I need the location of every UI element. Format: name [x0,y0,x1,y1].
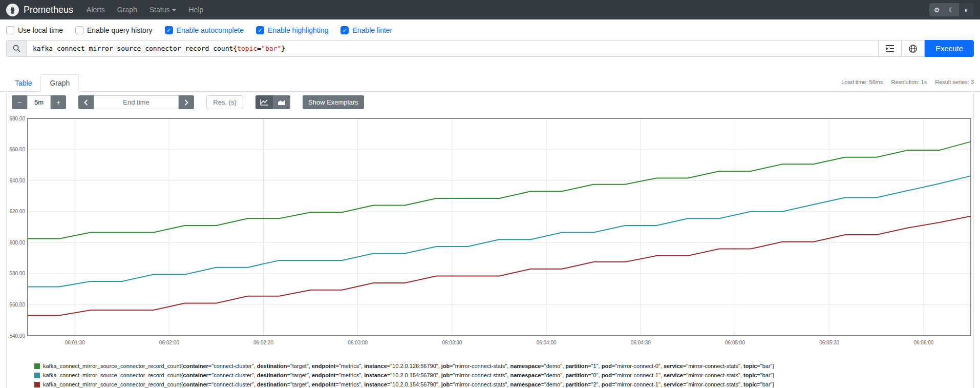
format-indent-icon [886,45,894,52]
execute-button[interactable]: Execute [925,40,974,57]
legend-swatch-icon [34,373,40,378]
stat-resolution: Resolution: 1s [891,79,927,85]
y-axis-label: 560.00 [9,302,25,308]
resolution-input[interactable] [206,95,243,109]
stat-result-series: Result series: 3 [935,79,974,85]
nav-link-help[interactable]: Help [182,6,209,14]
dark-theme-button[interactable]: ☾ [944,3,959,16]
y-axis-label: 620.00 [9,209,25,214]
chart-type-group [255,95,290,109]
y-axis-label: 580.00 [9,271,25,276]
option-label: Enable highlighting [268,26,328,34]
x-axis-label: 06:06:00 [913,340,933,345]
globe-icon [909,45,917,53]
query-bar: kafka_connect_mirror_source_connector_re… [6,40,974,57]
y-axis-label: 660.00 [9,147,25,152]
option-enable-autocomplete[interactable]: Enable autocomplete [165,26,244,34]
range-input[interactable] [27,95,51,109]
legend-label: kafka_connect_mirror_source_connector_re… [43,381,774,387]
x-axis-label: 06:03:30 [442,340,462,345]
stacked-chart-button[interactable] [273,95,290,109]
nav-link-status[interactable]: Status [143,6,183,14]
checkbox-checked[interactable] [340,26,349,34]
checkbox-checked[interactable] [256,26,264,34]
metrics-explorer-button[interactable] [902,40,925,57]
x-axis-label: 06:02:00 [159,340,179,345]
option-label: Enable query history [87,26,153,34]
settings-icon: ⚙ [934,6,940,14]
checkbox-checked[interactable] [165,26,173,34]
graph-canvas[interactable]: 540.00560.00580.00600.00620.00640.00660.… [7,114,974,349]
option-use-local-time[interactable]: Use local time [6,26,63,34]
query-token: = [257,45,261,52]
graph-controls: − + [12,95,971,109]
checkbox-unchecked[interactable] [75,26,83,34]
legend-item[interactable]: kafka_connect_mirror_source_connector_re… [34,371,971,380]
dark-theme-icon: ☾ [949,6,955,14]
options-row: Use local timeEnable query historyEnable… [6,25,980,36]
x-axis-label: 06:05:30 [819,340,839,345]
chevron-left-icon [84,99,88,106]
format-expression-button[interactable] [879,40,902,57]
auto-theme-button[interactable]: ◐ [959,3,974,16]
query-token: "bar" [261,45,281,52]
x-axis-label: 06:05:00 [725,340,745,345]
range-increase-button[interactable]: + [51,95,66,109]
search-addon [6,40,27,57]
legend-swatch-icon [34,363,40,369]
legend-item[interactable]: kafka_connect_mirror_source_connector_re… [34,361,971,371]
y-axis-label: 680.00 [9,116,25,121]
y-axis-label: 640.00 [9,178,25,183]
line-chart-icon [260,99,268,106]
chevron-down-icon [172,9,176,11]
legend-label: kafka_connect_mirror_source_connector_re… [43,363,774,369]
nav-link-graph[interactable]: Graph [111,6,143,14]
stat-load-time: Load time: 56ms [841,79,883,85]
query-input[interactable]: kafka_connect_mirror_source_connector_re… [27,40,879,57]
query-token: } [281,45,285,52]
chevron-right-icon [184,99,188,106]
checkbox-unchecked[interactable] [6,26,14,34]
tab-table[interactable]: Table [6,75,40,91]
time-forward-button[interactable] [179,95,194,109]
nav-links: AlertsGraphStatusHelp [80,0,209,19]
y-axis-label: 600.00 [9,240,25,246]
brand[interactable]: Prometheus [24,5,73,15]
y-axis-label: 540.00 [9,333,25,339]
option-enable-query-history[interactable]: Enable query history [75,26,153,34]
time-back-button[interactable] [78,95,94,109]
line-chart-button[interactable] [255,95,273,109]
legend: kafka_connect_mirror_source_connector_re… [34,361,971,388]
option-label: Enable autocomplete [177,26,244,34]
legend-label: kafka_connect_mirror_source_connector_re… [43,372,774,378]
legend-swatch-icon [34,382,40,387]
torch-icon [8,6,17,14]
settings-button[interactable]: ⚙ [929,3,944,16]
option-label: Enable linter [352,26,392,34]
show-exemplars-button[interactable]: Show Exemplars [303,95,364,109]
end-time-group [78,95,194,109]
range-decrease-button[interactable]: − [12,95,27,109]
auto-theme-icon: ◐ [965,6,969,14]
option-enable-highlighting[interactable]: Enable highlighting [256,26,328,34]
query-stats: Load time: 56msResolution: 1sResult seri… [841,79,974,87]
query-token: kafka_connect_mirror_source_connector_re… [33,45,237,52]
legend-item[interactable]: kafka_connect_mirror_source_connector_re… [34,380,971,388]
x-axis-label: 06:04:30 [631,340,651,345]
stacked-chart-icon [278,99,286,106]
nav-link-alerts[interactable]: Alerts [80,6,111,14]
search-icon [13,45,20,52]
range-group: − + [12,95,66,109]
tabs-row: Table Graph Load time: 56msResolution: 1… [0,74,980,92]
tab-graph[interactable]: Graph [40,74,79,92]
theme-toggle-group: ⚙☾◐ [929,3,974,16]
x-axis-label: 06:04:00 [537,340,557,345]
x-axis-label: 06:02:30 [253,340,273,345]
end-time-input[interactable] [94,95,179,109]
option-label: Use local time [18,26,63,34]
x-axis-label: 06:01:30 [65,340,85,345]
prometheus-logo-icon[interactable] [6,4,19,16]
graph-panel: − + [6,92,974,388]
option-enable-linter[interactable]: Enable linter [340,26,392,34]
navbar: Prometheus AlertsGraphStatusHelp ⚙☾◐ [0,0,980,19]
